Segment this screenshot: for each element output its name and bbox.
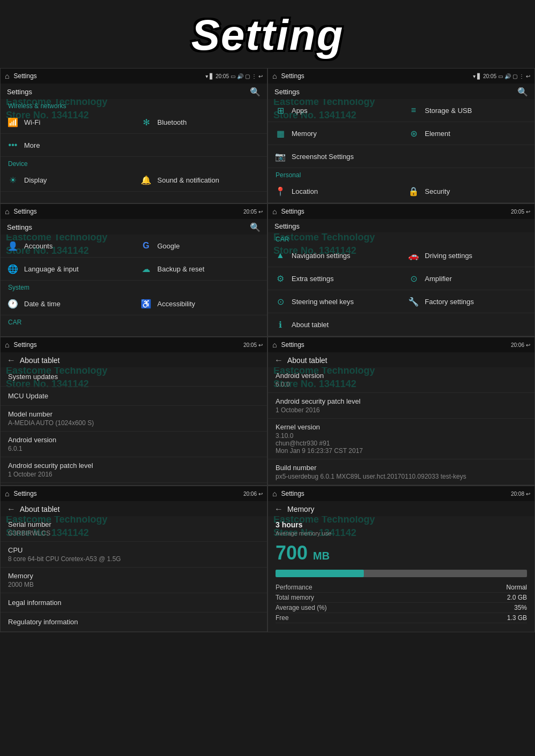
settings-header-3: Settings 🔍 — [1, 219, 267, 235]
menu-dots-1[interactable]: ⋮ — [251, 73, 257, 79]
storage-item[interactable]: ≡ Storage & USB — [401, 99, 534, 122]
accessibility-item[interactable]: ♿ Accessibility — [134, 292, 267, 315]
home-icon-5[interactable]: ⌂ — [5, 341, 9, 349]
android-version-item: Android version 6.0.1 — [1, 432, 267, 457]
back-arrow-8[interactable]: ← — [274, 504, 283, 514]
kernel-label: Kernel version — [276, 423, 527, 431]
memory-stats: Performance Normal Total memory 2.0 GB A… — [268, 580, 534, 625]
security-item[interactable]: 🔒 Security — [401, 180, 534, 203]
panel-accounts: ⌂ Settings 20:05 ↩ Eastcome TechnologySt… — [0, 203, 268, 337]
language-label: Language & input — [24, 265, 79, 273]
about-title-7: About tablet — [20, 505, 60, 513]
memory-label: Memory — [292, 130, 317, 138]
settings-header-2: Settings 🔍 — [268, 84, 534, 99]
status-bar-7: ⌂ Settings 20:06 ↩ — [1, 486, 267, 501]
title-section: Setting — [0, 0, 535, 68]
memory-item[interactable]: ▦ Memory — [268, 122, 401, 145]
steering-icon: ⊙ — [274, 296, 286, 307]
back-btn-2[interactable]: ↩ — [526, 73, 530, 79]
apps-item[interactable]: ⊞ Apps — [268, 99, 401, 122]
screenshot-item[interactable]: 📷 Screenshot Settings — [268, 145, 534, 168]
sound-item[interactable]: 🔔 Sound & notification — [134, 169, 267, 192]
home-icon-7[interactable]: ⌂ — [5, 489, 9, 498]
more-label: More — [24, 141, 40, 149]
search-icon-2[interactable]: 🔍 — [517, 87, 528, 97]
status-bar-6: ⌂ Settings 20:06 ↩ — [268, 337, 534, 352]
more-item[interactable]: ••• More — [1, 134, 267, 157]
back-arrow-7[interactable]: ← — [7, 504, 16, 514]
about-item[interactable]: ℹ About tablet — [268, 313, 534, 336]
display-item[interactable]: ☀ Display — [1, 169, 134, 192]
legal-label: Legal information — [8, 599, 259, 607]
wifi-item[interactable]: 📶 Wi-Fi — [1, 111, 134, 134]
element-item[interactable]: ⊛ Element — [401, 122, 534, 145]
back-btn-6[interactable]: ↩ — [526, 342, 530, 348]
back-btn-8[interactable]: ↩ — [526, 491, 530, 497]
panel-car: ⌂ Settings 20:05 ↩ Eastcome TechnologySt… — [268, 203, 535, 337]
language-icon: 🌐 — [7, 263, 19, 275]
back-btn-3[interactable]: ↩ — [258, 209, 263, 215]
device-menu-1: ☀ Display 🔔 Sound & notification — [1, 169, 267, 192]
navigation-item[interactable]: ▲ Navigation settings — [268, 244, 401, 267]
settings-label-1: Settings — [7, 88, 32, 96]
home-icon-6[interactable]: ⌂ — [272, 341, 277, 349]
status-title-3: Settings — [13, 208, 36, 215]
home-icon-2[interactable]: ⌂ — [272, 72, 277, 80]
display-icon: ☀ — [7, 174, 19, 186]
back-arrow-5[interactable]: ← — [7, 356, 16, 365]
panel-memory-usage: ⌂ Settings 20:08 ↩ Eastcome TechnologySt… — [268, 486, 535, 632]
language-item[interactable]: 🌐 Language & input — [1, 258, 134, 281]
home-icon-4[interactable]: ⌂ — [272, 207, 277, 216]
home-icon[interactable]: ⌂ — [5, 72, 9, 80]
system-updates-item[interactable]: System updates — [1, 367, 267, 387]
android-version-label-6: Android version — [276, 372, 527, 380]
search-icon-1[interactable]: 🔍 — [250, 87, 261, 97]
time-7: 20:06 — [243, 491, 257, 497]
back-btn-5[interactable]: ↩ — [258, 342, 263, 348]
panel-apps: ⌂ Settings ▾ ▋ 20:05 ▭ 🔊 ▢ ⋮ ↩ Eastcome … — [268, 68, 535, 203]
amplifier-item[interactable]: ⊙ Amplifier — [401, 267, 534, 290]
extra-item[interactable]: ⚙ Extra settings — [268, 267, 401, 290]
android-version-value: 6.0.1 — [8, 445, 259, 452]
backup-item[interactable]: ☁ Backup & reset — [134, 258, 267, 281]
steering-item[interactable]: ⊙ Steering wheel keys — [268, 290, 401, 313]
bluetooth-item[interactable]: ✻ Bluetooth — [134, 111, 267, 134]
storage-icon: ≡ — [408, 104, 419, 116]
car-menu: ▲ Navigation settings 🚗 Driving settings… — [268, 244, 534, 313]
cpu-label: CPU — [8, 546, 259, 554]
section-system: System — [1, 281, 267, 292]
menu-dots-2[interactable]: ⋮ — [519, 73, 524, 79]
driving-icon: 🚗 — [408, 250, 419, 261]
accounts-icon: 👤 — [7, 240, 19, 252]
model-number-item: Model number A-MEDIA AUTO (1024x600 S) — [1, 406, 267, 432]
google-item[interactable]: G Google — [134, 235, 267, 258]
security-patch-label-6: Android security patch level — [276, 397, 527, 405]
mcu-update-label: MCU Update — [8, 392, 259, 400]
back-btn-7[interactable]: ↩ — [258, 491, 263, 497]
home-icon-8[interactable]: ⌂ — [272, 489, 277, 498]
back-btn-1[interactable]: ↩ — [258, 73, 263, 79]
memory-value-about: 2000 MB — [8, 581, 259, 588]
location-item[interactable]: 📍 Location — [268, 180, 401, 203]
legal-item[interactable]: Legal information — [1, 593, 267, 613]
factory-item[interactable]: 🔧 Factory settings — [401, 290, 534, 313]
search-icon-3[interactable]: 🔍 — [250, 222, 261, 232]
avg-used-label: Average used (%) — [276, 604, 327, 611]
mcu-update-item[interactable]: MCU Update — [1, 387, 267, 406]
datetime-item[interactable]: 🕐 Date & time — [1, 292, 134, 315]
back-btn-4[interactable]: ↩ — [526, 209, 530, 215]
home-icon-3[interactable]: ⌂ — [5, 207, 9, 216]
regulatory-item[interactable]: Regulatory information — [1, 613, 267, 632]
android-version-label: Android version — [8, 436, 259, 444]
section-car-4: CAR — [268, 232, 534, 244]
element-label: Element — [425, 130, 450, 138]
back-arrow-6[interactable]: ← — [274, 356, 283, 365]
model-number-label: Model number — [8, 410, 259, 418]
accounts-item[interactable]: 👤 Accounts — [1, 235, 134, 258]
performance-label: Performance — [276, 584, 312, 591]
google-label: Google — [157, 242, 180, 250]
status-bar-8: ⌂ Settings 20:08 ↩ — [268, 486, 534, 501]
memory-avg-label: Average memory use — [268, 530, 534, 540]
driving-item[interactable]: 🚗 Driving settings — [401, 244, 534, 267]
steering-label: Steering wheel keys — [292, 298, 354, 306]
